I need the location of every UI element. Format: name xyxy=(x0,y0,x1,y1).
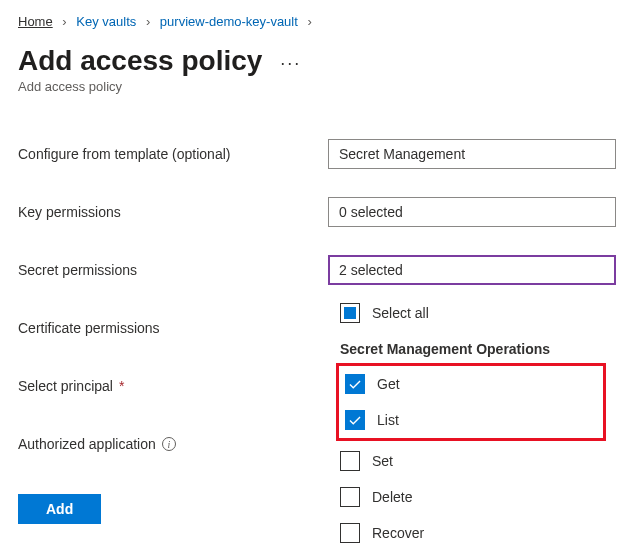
authorized-application-label: Authorized application xyxy=(18,436,156,452)
chevron-right-icon: › xyxy=(62,14,66,29)
checkbox-icon[interactable] xyxy=(340,523,360,538)
required-indicator: * xyxy=(119,378,124,394)
breadcrumb-keyvaults[interactable]: Key vaults xyxy=(76,14,136,29)
template-value: Secret Management xyxy=(339,146,465,162)
key-permissions-select[interactable]: 0 selected xyxy=(328,197,616,227)
dropdown-section-header: Secret Management Operations xyxy=(336,331,606,361)
option-get[interactable]: Get xyxy=(341,366,601,402)
info-icon[interactable]: i xyxy=(162,437,176,451)
select-all-label: Select all xyxy=(372,305,429,321)
secret-permissions-select[interactable]: 2 selected xyxy=(328,255,616,285)
more-actions-icon[interactable]: ··· xyxy=(280,53,301,74)
option-label: List xyxy=(377,412,399,428)
option-label: Set xyxy=(372,453,393,469)
page-title: Add access policy xyxy=(18,45,262,77)
option-label: Get xyxy=(377,376,400,392)
key-permissions-label: Key permissions xyxy=(18,204,328,220)
page-subtitle: Add access policy xyxy=(18,79,616,94)
breadcrumb: Home › Key vaults › purview-demo-key-vau… xyxy=(18,14,616,29)
chevron-right-icon: › xyxy=(307,14,311,29)
template-select[interactable]: Secret Management xyxy=(328,139,616,169)
option-list[interactable]: List xyxy=(341,402,601,438)
checkbox-icon[interactable] xyxy=(345,410,365,430)
breadcrumb-home[interactable]: Home xyxy=(18,14,53,29)
select-all-row[interactable]: Select all xyxy=(336,295,606,331)
checkbox-icon[interactable] xyxy=(340,451,360,471)
highlight-box: Get List xyxy=(336,363,606,441)
template-label: Configure from template (optional) xyxy=(18,146,328,162)
secret-permissions-dropdown: Select all Secret Management Operations … xyxy=(326,289,616,538)
option-label: Recover xyxy=(372,525,424,538)
add-button[interactable]: Add xyxy=(18,494,101,524)
certificate-permissions-label: Certificate permissions xyxy=(18,320,328,336)
secret-permissions-value: 2 selected xyxy=(339,262,403,278)
chevron-right-icon: › xyxy=(146,14,150,29)
option-recover[interactable]: Recover xyxy=(336,515,606,538)
checkbox-icon[interactable] xyxy=(345,374,365,394)
checkbox-icon[interactable] xyxy=(340,487,360,507)
select-principal-label: Select principal xyxy=(18,378,113,394)
option-delete[interactable]: Delete xyxy=(336,479,606,515)
breadcrumb-vaultname[interactable]: purview-demo-key-vault xyxy=(160,14,298,29)
checkbox-indeterminate-icon[interactable] xyxy=(340,303,360,323)
option-label: Delete xyxy=(372,489,412,505)
key-permissions-value: 0 selected xyxy=(339,204,403,220)
secret-permissions-label: Secret permissions xyxy=(18,262,328,278)
option-set[interactable]: Set xyxy=(336,443,606,479)
